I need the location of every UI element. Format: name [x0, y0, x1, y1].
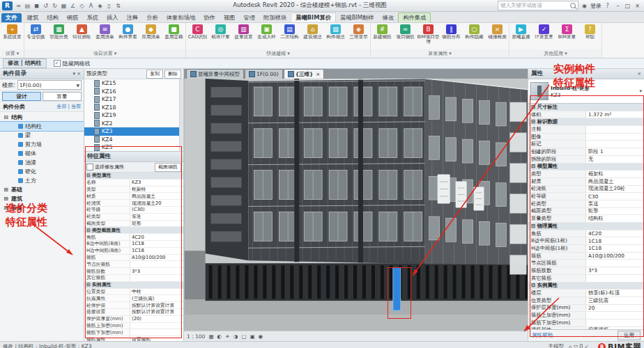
- ribbon-button-component-method[interactable]: ▧构件做法: [324, 23, 347, 49]
- feature-value[interactable]: 矩形: [130, 221, 183, 227]
- prop-row-5[interactable]: 标记: [528, 141, 644, 148]
- ribbon-tab-structure[interactable]: 结构: [43, 13, 63, 22]
- hide-grid-checkbox[interactable]: ✓ 隐藏网格线: [54, 60, 91, 68]
- filter-links[interactable]: 全部 | 当前: [56, 103, 81, 110]
- help-icon[interactable]: ?: [604, 3, 611, 9]
- section-rebar-button[interactable]: 截面钢筋: [155, 163, 181, 172]
- print-icon[interactable]: ▦: [60, 3, 68, 9]
- tree-item-7[interactable]: 土方: [0, 176, 84, 185]
- prop-value[interactable]: 现浇混凝土20砼: [585, 186, 644, 193]
- prop-value[interactable]: 阶段 1: [585, 148, 644, 155]
- ribbon-group-label[interactable]: 项目设置 ▾: [24, 49, 185, 58]
- prop-value[interactable]: 商品混凝土: [585, 178, 644, 185]
- prop-row-25[interactable]: 楼层独享(标)-柱顶: [528, 290, 644, 297]
- feature-value[interactable]: 4C20: [130, 234, 183, 240]
- measure-icon[interactable]: ∠: [69, 3, 77, 9]
- close-icon[interactable]: ×: [637, 71, 641, 77]
- prop-value[interactable]: [585, 275, 644, 282]
- ribbon-button-apply-quota[interactable]: ■套用定额: [162, 23, 185, 49]
- feature-value[interactable]: 现浇混凝土20: [130, 200, 183, 206]
- prop-value[interactable]: [585, 141, 644, 148]
- mode-segment-设计[interactable]: 设计: [2, 92, 41, 101]
- text-icon[interactable]: A: [87, 3, 95, 9]
- ribbon-tab-manage[interactable]: 管理: [239, 13, 259, 22]
- ribbon-tab-view[interactable]: 视图: [220, 13, 240, 22]
- prop-row-19[interactable]: H边中间筋(1根)1C18: [528, 245, 644, 253]
- ribbon-group-label[interactable]: 算量属性 ▾: [371, 49, 509, 58]
- ribbon-tab-file[interactable]: 文件: [1, 13, 22, 22]
- feature-value[interactable]: 按默认计算设置计算: [130, 302, 183, 308]
- prop-row-27[interactable]: 保护层厚度(mm)20: [528, 305, 644, 313]
- prop-row-15[interactable]: 算量类型结构柱: [528, 215, 644, 223]
- login-label[interactable]: 登录: [590, 2, 601, 10]
- prop-row-23[interactable]: 其它箍筋: [528, 275, 644, 283]
- tree-item-5[interactable]: 油漆: [0, 158, 84, 167]
- ribbon-button-precise-measure[interactable]: ◎精准计量: [209, 23, 232, 49]
- type-list-item[interactable]: KZ19: [84, 111, 183, 120]
- prop-row-13[interactable]: 砼类型泵送: [528, 200, 644, 208]
- crop-view-icon[interactable]: ▢: [241, 333, 246, 340]
- prop-row-4[interactable]: 图像: [528, 134, 644, 141]
- type-list-item[interactable]: KZ17: [84, 95, 183, 104]
- prop-value[interactable]: 4C20: [585, 230, 644, 237]
- prop-row-6[interactable]: 创建的阶段阶段 1: [528, 148, 644, 156]
- prop-value[interactable]: 1C18: [585, 245, 644, 252]
- feature-value[interactable]: 框架柱: [130, 187, 183, 193]
- section-icon[interactable]: ▯: [105, 3, 113, 9]
- prop-value[interactable]: [585, 319, 644, 326]
- feature-value[interactable]: [130, 275, 183, 281]
- copy-type-button[interactable]: 复制: [146, 70, 163, 79]
- worksets-icon[interactable]: ⌂: [569, 344, 572, 348]
- modify-mode-label[interactable]: 修改 | 结构柱: [3, 58, 47, 68]
- prop-value[interactable]: 框架柱: [585, 171, 644, 177]
- ribbon-button-rebar-distribution[interactable]: ∥钢筋分布: [440, 23, 463, 49]
- prop-row-29[interactable]: 箍筋下加密(mm): [528, 319, 644, 327]
- minimize-button[interactable]: –: [613, 1, 622, 10]
- redo-icon[interactable]: ↻: [51, 3, 59, 9]
- type-selector[interactable]: Inbuild-柱-矩形 KZ3 ▾: [528, 79, 644, 104]
- ribbon-tab-arch[interactable]: 建筑: [23, 13, 43, 22]
- feature-value[interactable]: 商品混凝土: [130, 193, 183, 199]
- modify-selected-checkbox[interactable]: 选择修改属性: [86, 164, 124, 171]
- type-list-item[interactable]: KZ18: [84, 104, 183, 112]
- ribbon-button-quantity-settings[interactable]: ▥提量设置: [232, 23, 255, 49]
- ribbon-button-hide-component[interactable]: ○构件隐藏: [463, 23, 486, 49]
- ribbon-tab-modify[interactable]: 修改: [378, 13, 399, 22]
- prop-value[interactable]: [585, 312, 644, 319]
- ribbon-tab-addins[interactable]: 附加模块: [259, 13, 291, 22]
- prop-value[interactable]: 1C18: [585, 237, 644, 244]
- ribbon-tab-chenxi-bim-detailing[interactable]: 晨曦BIM翻样: [336, 13, 378, 22]
- prop-row-12[interactable]: 砼等级C30: [528, 193, 644, 200]
- tag-icon[interactable]: ◇: [78, 3, 86, 9]
- prop-value[interactable]: 无: [585, 156, 644, 163]
- tree-group-0[interactable]: ⊟结构: [0, 113, 84, 122]
- prop-row-22[interactable]: 箍筋肢数3*3: [528, 267, 644, 275]
- tree-item-6[interactable]: 硬化: [0, 167, 84, 176]
- apply-button[interactable]: 应用: [618, 331, 641, 340]
- level-select[interactable]: 1F(0.00) ▼: [17, 80, 82, 90]
- ribbon-tab-system[interactable]: 系统: [82, 13, 102, 22]
- prop-row-10[interactable]: 材质商品混凝土: [528, 178, 644, 186]
- revit-logo[interactable]: R: [2, 1, 13, 10]
- tree-group-10[interactable]: ⊞装修: [0, 203, 84, 212]
- view-tab-2[interactable]: {三维}×: [284, 69, 325, 79]
- undo-icon[interactable]: ↺: [42, 3, 49, 9]
- search-icon[interactable]: [570, 3, 576, 8]
- crop-visibility-icon[interactable]: ▣: [250, 333, 254, 340]
- prop-value[interactable]: 独享(标)-柱顶: [585, 290, 644, 296]
- ribbon-button-feature-extract[interactable]: ▲特征抽取: [70, 23, 93, 49]
- type-list-item[interactable]: KZ5: [84, 143, 183, 152]
- feature-value[interactable]: 1C18: [130, 248, 183, 254]
- ribbon-button-bim-project-manage[interactable]: BBIM项目管理: [417, 23, 440, 49]
- prop-section-2[interactable]: ⊟ 标识数据: [528, 118, 644, 126]
- feature-value[interactable]: 设置插筋: [130, 336, 183, 341]
- scale-label[interactable]: 1 : 100: [187, 333, 205, 340]
- feature-value[interactable]: (20): [130, 316, 183, 322]
- shadows-icon[interactable]: ◑: [233, 333, 238, 340]
- sun-path-icon[interactable]: ☀: [225, 333, 230, 340]
- ribbon-button-smart-classify[interactable]: ▦智能分类: [47, 23, 70, 49]
- ribbon-button-arch-method[interactable]: ⌂建筑做法: [301, 23, 324, 49]
- tree-group-8[interactable]: ⊞基础: [0, 185, 84, 194]
- prop-value[interactable]: [585, 134, 644, 141]
- feature-value[interactable]: KZ3: [130, 180, 183, 186]
